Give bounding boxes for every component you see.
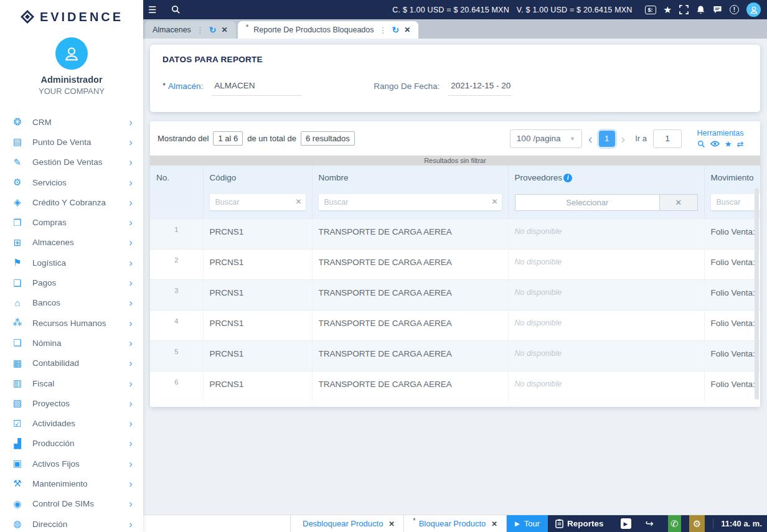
tab-menu-icon[interactable]: ⋮	[196, 26, 204, 35]
user-avatar[interactable]	[55, 37, 88, 70]
sidebar-item-fiscal[interactable]: ▥ Fiscal ›	[0, 373, 143, 393]
cell-movimiento: Folio Venta:	[704, 310, 760, 341]
bottom-tab-close-icon[interactable]: ✕	[388, 520, 395, 528]
sidebar-item-logistica[interactable]: ⚑ Logística ›	[0, 253, 143, 273]
user-avatar-small[interactable]	[746, 2, 761, 17]
sidebar-item-punto-de-venta[interactable]: ▤ Punto De Venta ›	[0, 132, 143, 152]
sidebar-item-control-de-sims[interactable]: ◉ Control De SIMs ›	[0, 494, 143, 514]
sidebar-item-activos-fijos[interactable]: ▣ Activos Fijos ›	[0, 454, 143, 474]
alerts-icon[interactable]: !	[730, 5, 739, 14]
clear-filter-icon[interactable]: ✕	[295, 197, 301, 206]
redirect-arrow-icon[interactable]: ↪	[646, 518, 654, 530]
payroll-icon: ❏	[11, 337, 24, 348]
sidebar-item-compras[interactable]: ❒ Compras ›	[0, 212, 143, 232]
favorites-star-icon[interactable]: ★	[664, 4, 672, 16]
projects-icon: ▧	[11, 398, 24, 409]
visibility-tool-icon[interactable]	[710, 140, 720, 147]
showing-prefix: Mostrando del	[158, 134, 209, 143]
person-icon	[749, 5, 759, 15]
cell-nombre: TRANSPORTE DE CARGA AEREA	[312, 371, 508, 402]
credit-collection-icon: ◈	[11, 197, 24, 208]
table-row[interactable]: 5 PRCNS1 TRANSPORTE DE CARGA AEREA No di…	[150, 341, 760, 371]
almacen-input[interactable]: ALMACEN	[212, 81, 302, 96]
tab-menu-icon[interactable]: ⋮	[379, 26, 387, 35]
clear-select-button[interactable]: ✕	[660, 194, 697, 211]
play-icon: ▶	[624, 521, 628, 527]
tab-close-icon[interactable]: ✕	[222, 26, 228, 34]
next-page-icon[interactable]: ›	[621, 133, 626, 145]
notifications-bell-icon[interactable]	[696, 5, 705, 14]
sidebar-item-bancos[interactable]: ⌂ Bancos ›	[0, 293, 143, 313]
sidebar-item-almacenes[interactable]: ⊞ Almacenes ›	[0, 233, 143, 253]
table-row[interactable]: 1 PRCNS1 TRANSPORTE DE CARGA AEREA No di…	[150, 219, 760, 250]
bottom-tabs: Desbloquear Producto ✕ * Bloquear Produc…	[290, 515, 506, 532]
settings-gear-icon[interactable]: ⚙	[689, 515, 704, 532]
proveedores-select[interactable]: Seleccionar	[515, 194, 661, 211]
exchange-rate-icon[interactable]: $:	[645, 6, 656, 14]
panel-title: DATOS PARA REPORTE	[162, 55, 748, 64]
management-icon: ◍	[11, 518, 24, 530]
sidebar-item-mantenimiento[interactable]: ⚒ Mantenimiento ›	[0, 474, 143, 493]
fecha-input[interactable]: 2021-12-15 - 20	[448, 81, 512, 96]
clear-filter-icon[interactable]: ✕	[491, 197, 497, 206]
sidebar-item-credito-y-cobranza[interactable]: ◈ Crédito Y Cobranza ›	[0, 192, 143, 212]
chevron-right-icon: ›	[129, 197, 133, 208]
tab-close-icon[interactable]: ✕	[404, 26, 410, 34]
menu-toggle-icon[interactable]: ☰	[148, 4, 156, 16]
chevron-right-icon: ›	[129, 519, 133, 530]
goto-page-input[interactable]	[653, 129, 682, 148]
sidebar-item-gestion-de-ventas[interactable]: ✎ Gestión De Ventas ›	[0, 152, 143, 172]
favorite-tool-icon[interactable]: ★	[725, 139, 732, 149]
prev-page-icon[interactable]: ‹	[588, 133, 593, 145]
sidebar-item-crm[interactable]: ❂ CRM ›	[0, 112, 143, 132]
menu-item-label: Dirección	[32, 520, 129, 529]
reportes-button[interactable]: Reportes	[555, 519, 604, 528]
sidebar-item-recursos-humanos[interactable]: ⁂ Recursos Humanos ›	[0, 313, 143, 333]
sidebar-item-produccion[interactable]: ▟ Producción ›	[0, 434, 143, 454]
bottom-tab-desbloquear-producto[interactable]: Desbloquear Producto ✕	[290, 515, 403, 532]
cell-nombre: TRANSPORTE DE CARGA AEREA	[312, 310, 508, 341]
tab-reporte-productos-bloqueados[interactable]: * Reporte De Productos Bloqueados ⋮ ↻ ✕	[238, 21, 419, 39]
sidebar-item-servicios[interactable]: ⚙ Servicios ›	[0, 172, 143, 192]
bottom-tab-close-icon[interactable]: ✕	[491, 520, 497, 528]
bank-icon: ⌂	[11, 297, 24, 308]
sidebar-item-pagos[interactable]: ❑ Pagos ›	[0, 273, 143, 292]
movimiento-filter-input[interactable]	[711, 194, 761, 210]
proveedores-info-icon[interactable]: i	[563, 174, 572, 182]
per-page-select[interactable]: 100 /pagina ▼	[510, 129, 582, 148]
menu-item-label: Activos Fijos	[32, 459, 129, 469]
chevron-right-icon: ›	[129, 498, 133, 509]
tour-button[interactable]: ▶ Tour	[506, 515, 548, 532]
tab-refresh-icon[interactable]: ↻	[392, 25, 400, 35]
tab-almacenes[interactable]: Almacenes ⋮ ↻ ✕	[144, 21, 236, 39]
row-number: 4	[150, 310, 203, 341]
menu-item-label: Control De SIMs	[32, 499, 129, 508]
search-icon[interactable]	[171, 5, 181, 14]
messages-chat-icon[interactable]	[713, 5, 722, 14]
transfer-tool-icon[interactable]: ⇄	[736, 139, 743, 149]
current-page-button[interactable]: 1	[599, 131, 615, 147]
sidebar-item-nomina[interactable]: ❏ Nómina ›	[0, 333, 143, 353]
table-row[interactable]: 4 PRCNS1 TRANSPORTE DE CARGA AEREA No di…	[150, 310, 760, 341]
table-row[interactable]: 2 PRCNS1 TRANSPORTE DE CARGA AEREA No di…	[150, 250, 760, 280]
warehouse-icon: ⊞	[11, 237, 24, 248]
chevron-right-icon: ›	[129, 398, 133, 409]
bottom-tab-bloquear-producto[interactable]: * Bloquear Producto ✕	[403, 515, 506, 532]
whatsapp-icon[interactable]: ✆	[668, 515, 681, 532]
fullscreen-icon[interactable]	[679, 5, 689, 14]
sidebar-item-actividades[interactable]: ☑ Actividades ›	[0, 413, 143, 433]
sidebar-item-direccion[interactable]: ◍ Dirección ›	[0, 514, 143, 532]
vertical-scrollbar[interactable]	[755, 188, 759, 399]
table-row[interactable]: 6 PRCNS1 TRANSPORTE DE CARGA AEREA No di…	[150, 371, 760, 402]
nombre-filter-input[interactable]	[319, 194, 502, 210]
media-play-button[interactable]: ▶	[621, 518, 631, 529]
sidebar-item-proyectos[interactable]: ▧ Proyectos ›	[0, 393, 143, 413]
company-name: YOUR COMPANY	[0, 86, 143, 96]
search-tool-icon[interactable]	[697, 140, 705, 148]
codigo-filter-input[interactable]	[210, 194, 306, 210]
table-row[interactable]: 3 PRCNS1 TRANSPORTE DE CARGA AEREA No di…	[150, 280, 760, 310]
per-page-value: 100 /pagina	[517, 134, 561, 143]
sidebar-item-contabilidad[interactable]: ▦ Contabilidad ›	[0, 353, 143, 373]
report-form-panel: DATOS PARA REPORTE * Almacén: ALMACEN Ra…	[150, 45, 760, 112]
tab-refresh-icon[interactable]: ↻	[209, 25, 217, 35]
